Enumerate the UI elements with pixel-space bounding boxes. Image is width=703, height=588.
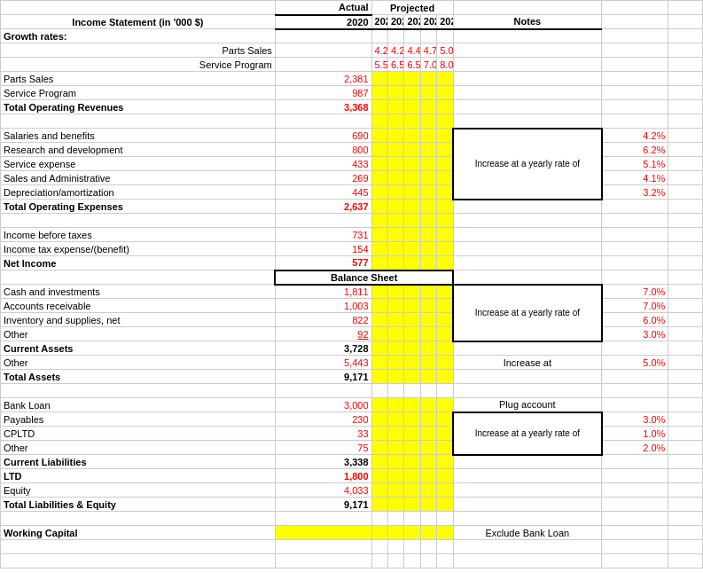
r6-f bbox=[420, 72, 436, 86]
year-2022: 2022 bbox=[388, 15, 404, 29]
r16-d bbox=[388, 214, 404, 228]
r35-f bbox=[420, 483, 436, 498]
service-expense-2020: 433 bbox=[275, 157, 371, 171]
r25-i bbox=[602, 341, 668, 356]
r27-g bbox=[437, 370, 453, 384]
r11-g bbox=[437, 143, 453, 157]
r28-i bbox=[602, 384, 668, 398]
row-9 bbox=[1, 114, 703, 129]
r24-d bbox=[388, 327, 404, 341]
r37-j bbox=[668, 512, 703, 526]
r25-e bbox=[404, 341, 420, 356]
growth-rates-label: Growth rates: bbox=[1, 29, 276, 43]
r33-h bbox=[453, 455, 601, 469]
balance-sheet-header: Balance Sheet bbox=[275, 270, 453, 285]
r12-j bbox=[668, 157, 703, 171]
r9-c bbox=[371, 114, 387, 129]
r35-j bbox=[668, 483, 703, 498]
r5-i bbox=[602, 58, 668, 72]
r36-c bbox=[371, 498, 387, 512]
r29-d bbox=[388, 398, 404, 412]
r39-i bbox=[602, 540, 668, 554]
other-liab-label: Other bbox=[1, 441, 276, 455]
r8-h bbox=[453, 100, 601, 114]
r9-d bbox=[388, 114, 404, 129]
r4-e: 4.4% bbox=[404, 43, 420, 58]
r16-a bbox=[1, 214, 276, 228]
r8-i bbox=[602, 100, 668, 114]
r36-h bbox=[453, 498, 601, 512]
r22-g bbox=[437, 299, 453, 313]
row-4: Parts Sales 4.2% 4.2% 4.4% 4.7% 5.0% bbox=[1, 43, 703, 58]
current-liab-label: Current Liabilities bbox=[1, 455, 276, 469]
r21-g bbox=[437, 285, 453, 299]
current-assets-2020: 3,728 bbox=[275, 341, 371, 356]
r34-h bbox=[453, 469, 601, 483]
r9-i bbox=[602, 114, 668, 129]
service-program-growth-label: Service Program bbox=[1, 58, 276, 72]
row-38: Working Capital Exclude Bank Loan bbox=[1, 526, 703, 540]
income-before-taxes-label: Income before taxes bbox=[1, 228, 276, 242]
r30-e bbox=[404, 412, 420, 427]
r25-f bbox=[420, 341, 436, 356]
r18-h bbox=[453, 242, 601, 256]
r35-e bbox=[404, 483, 420, 498]
col-a-header bbox=[1, 1, 276, 15]
r31-i: 1.0% bbox=[602, 427, 668, 441]
r10-g bbox=[437, 129, 453, 143]
other-liab-2020: 75 bbox=[275, 441, 371, 455]
col-i-header bbox=[602, 1, 668, 15]
r40-c bbox=[371, 554, 387, 568]
row-20: Balance Sheet bbox=[1, 270, 703, 285]
r18-c bbox=[371, 242, 387, 256]
equity-label: Equity bbox=[1, 483, 276, 498]
r25-j bbox=[668, 341, 703, 356]
r28-f bbox=[420, 384, 436, 398]
r39-e bbox=[404, 540, 420, 554]
sales-admin-label: Sales and Administrative bbox=[1, 171, 276, 185]
r23-d bbox=[388, 313, 404, 327]
total-liab-equity-2020: 9,171 bbox=[275, 498, 371, 512]
r34-i bbox=[602, 469, 668, 483]
r38-j bbox=[668, 526, 703, 540]
r9-j bbox=[668, 114, 703, 129]
r7-f bbox=[420, 86, 436, 100]
r10-f bbox=[420, 129, 436, 143]
r40-f bbox=[420, 554, 436, 568]
r10-c bbox=[371, 129, 387, 143]
r15-i bbox=[602, 200, 668, 214]
r26-g bbox=[437, 356, 453, 370]
r5-d: 6.5% bbox=[388, 58, 404, 72]
parts-sales-growth-label: Parts Sales bbox=[1, 43, 276, 58]
ar-label: Accounts receivable bbox=[1, 299, 276, 313]
row-30: Payables 230 Increase at a yearly rate o… bbox=[1, 412, 703, 427]
r9-b bbox=[275, 114, 371, 129]
actual-header: Actual bbox=[275, 1, 371, 15]
r33-j bbox=[668, 455, 703, 469]
r26-c bbox=[371, 356, 387, 370]
r31-e bbox=[404, 427, 420, 441]
r29-c bbox=[371, 398, 387, 412]
r27-j bbox=[668, 370, 703, 384]
r28-j bbox=[668, 384, 703, 398]
r14-i: 3.2% bbox=[602, 185, 668, 200]
r20-h bbox=[453, 270, 601, 285]
r19-j bbox=[668, 256, 703, 270]
r16-g bbox=[437, 214, 453, 228]
ltd-label: LTD bbox=[1, 469, 276, 483]
r38-c bbox=[371, 526, 387, 540]
row-27: Total Assets 9,171 bbox=[1, 370, 703, 384]
r11-i: 6.2% bbox=[602, 143, 668, 157]
r40-g bbox=[437, 554, 453, 568]
r6-h bbox=[453, 72, 601, 86]
r16-c bbox=[371, 214, 387, 228]
r13-c bbox=[371, 171, 387, 185]
r18-g bbox=[437, 242, 453, 256]
total-assets-label: Total Assets bbox=[1, 370, 276, 384]
r31-f bbox=[420, 427, 436, 441]
r24-e bbox=[404, 327, 420, 341]
r37-b bbox=[275, 512, 371, 526]
r9-g bbox=[437, 114, 453, 129]
service-program-label: Service Program bbox=[1, 86, 276, 100]
r21-c bbox=[371, 285, 387, 299]
